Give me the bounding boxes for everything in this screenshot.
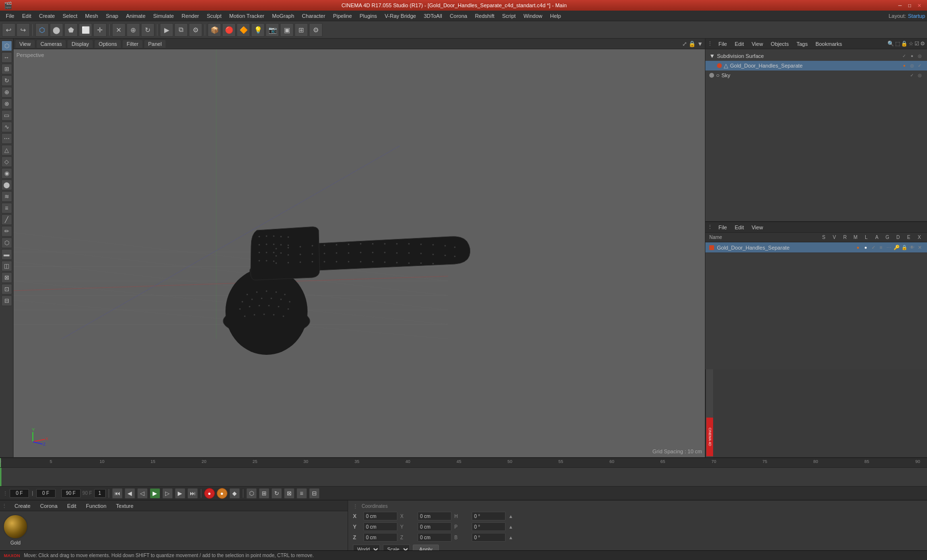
menu-help[interactable]: Help <box>546 12 565 20</box>
play-button[interactable]: ▶ <box>150 488 160 499</box>
obj-icon-dots[interactable]: ⋯ <box>885 245 892 250</box>
key-all-button[interactable]: ⬡ <box>246 488 257 499</box>
menu-select[interactable]: Select <box>59 12 82 20</box>
prev-frame-button[interactable]: ◀ <box>125 488 135 499</box>
key-pos-button[interactable]: ⊞ <box>259 488 269 499</box>
coord-p-arrow[interactable]: ▲ <box>508 524 515 530</box>
selection-tool[interactable]: ▭ <box>1 110 12 121</box>
tab-view[interactable]: View <box>15 40 35 48</box>
close-button[interactable]: ✕ <box>915 1 923 9</box>
scale-tool-button[interactable]: ⊕ <box>126 23 140 37</box>
menu-snap[interactable]: Snap <box>102 12 122 20</box>
tab-display[interactable]: Display <box>68 40 93 48</box>
menu-corona[interactable]: Corona <box>446 12 471 20</box>
object-row-gold-handles[interactable]: Gold_Door_Handles_Separate ● ● ✓ ≡ ⋯ 🔑 🔒… <box>705 242 927 253</box>
tab-filter[interactable]: Filter <box>123 40 142 48</box>
mat-tab-function[interactable]: Function <box>82 502 110 510</box>
scale-tool[interactable]: ⊞ <box>1 64 12 74</box>
scene-star-icon[interactable]: ☆ <box>909 41 913 47</box>
minimize-button[interactable]: ─ <box>896 1 904 9</box>
coord-y-pos-input[interactable] <box>364 522 397 531</box>
viewport-lock-icon[interactable]: 🔒 <box>688 41 696 47</box>
coord-x-pos-input[interactable] <box>364 512 397 520</box>
key-scale-button[interactable]: ⊠ <box>284 488 295 499</box>
coord-z-rot-input[interactable] <box>418 533 451 542</box>
render-region-button[interactable]: ⧉ <box>174 23 188 37</box>
menu-motion-tracker[interactable]: Motion Tracker <box>225 12 268 20</box>
timeline-ruler[interactable]: 0 5 10 15 20 25 30 35 40 45 50 55 60 65 … <box>0 458 927 468</box>
menu-vray-bridge[interactable]: V-Ray Bridge <box>381 12 420 20</box>
obj-icon-white[interactable]: ● <box>862 245 869 250</box>
coord-h-arrow[interactable]: ▲ <box>508 514 515 519</box>
scene-item-sky[interactable]: ○ Sky ✓ ◎ <box>705 70 927 80</box>
move-tool[interactable]: ↔ <box>1 52 12 63</box>
redo-button[interactable]: ↪ <box>16 23 30 37</box>
object-axis-tool[interactable]: ⊕ <box>1 87 12 98</box>
dissolve-tool[interactable]: ⊡ <box>1 284 12 294</box>
menu-simulate[interactable]: Simulate <box>149 12 178 20</box>
frame-end-input[interactable] <box>61 489 81 498</box>
scene-menu-view[interactable]: View <box>750 40 765 48</box>
step-input[interactable] <box>94 489 106 498</box>
object-manager-button[interactable]: 📦 <box>208 23 221 37</box>
obj-icon-key[interactable]: 🔑 <box>893 245 900 250</box>
render-settings-button[interactable]: ⚙ <box>189 23 202 37</box>
tab-options[interactable]: Options <box>95 40 121 48</box>
iron-tool[interactable]: ▬ <box>1 249 12 260</box>
model-mode-button[interactable]: ⬡ <box>35 23 49 37</box>
goto-end-button[interactable]: ⏭ <box>187 488 198 499</box>
record-auto-button[interactable]: ● <box>217 488 227 499</box>
tab-panel[interactable]: Panel <box>144 40 166 48</box>
scene-checkbox-icon[interactable]: ☑ <box>914 41 919 47</box>
point-mode-button[interactable]: ⬤ <box>50 23 63 37</box>
objects-menu-view[interactable]: View <box>750 224 765 231</box>
scene-item-gold-handles[interactable]: △ Gold_Door_Handles_Separate ● ◎ ✓ <box>705 61 927 70</box>
viewport-maximize-icon[interactable]: ⤢ <box>682 41 687 47</box>
bevel-tool[interactable]: ◇ <box>1 156 12 167</box>
menu-create[interactable]: Create <box>35 12 59 20</box>
polygon-mode-button[interactable]: ⬜ <box>79 23 92 37</box>
line-tool[interactable]: ╱ <box>1 214 12 225</box>
menu-mograph[interactable]: MoGraph <box>268 12 298 20</box>
coord-b-arrow[interactable]: ▲ <box>508 535 515 540</box>
menu-script[interactable]: Script <box>498 12 520 20</box>
maximize-button[interactable]: □ <box>906 1 913 9</box>
scene-lock-icon[interactable]: 🔒 <box>901 41 908 47</box>
camera-button[interactable]: 📷 <box>266 23 279 37</box>
scene-item-vis[interactable]: ◎ <box>916 53 923 59</box>
paint-tool[interactable]: ⬤ <box>1 180 12 190</box>
objects-menu-file[interactable]: File <box>716 224 729 231</box>
menu-3dtoall[interactable]: 3DToAll <box>420 12 446 20</box>
scene-layout-icon[interactable]: ⬚ <box>895 41 900 47</box>
objects-menu-edit[interactable]: Edit <box>733 224 746 231</box>
frame-current-input[interactable] <box>36 489 56 498</box>
undo-button[interactable]: ↩ <box>2 23 15 37</box>
scene-item-check2[interactable]: ✓ <box>916 62 923 69</box>
rotate-tool-button[interactable]: ↻ <box>141 23 154 37</box>
sky-check[interactable]: ✓ <box>909 72 915 79</box>
scene-item-render2[interactable]: ◎ <box>909 62 915 69</box>
obj-icon-eye[interactable]: 👁 <box>909 245 915 250</box>
menu-character[interactable]: Character <box>298 12 329 20</box>
material-gold-ball[interactable] <box>3 514 28 539</box>
menu-file[interactable]: File <box>2 12 18 20</box>
obj-icon-close[interactable]: ✕ <box>916 245 923 250</box>
scene-menu-file[interactable]: File <box>716 40 729 48</box>
next-frame-button[interactable]: ▶ <box>175 488 185 499</box>
poly-pen-tool[interactable]: ✏ <box>1 226 12 237</box>
menu-redshift[interactable]: Redshift <box>471 12 498 20</box>
scene-item-enable[interactable]: ✓ <box>901 53 908 59</box>
keyframe-button[interactable]: ◆ <box>229 488 240 499</box>
coord-x-rot-input[interactable] <box>418 512 451 520</box>
coord-y-rot-input[interactable] <box>418 522 451 531</box>
mat-tab-texture[interactable]: Texture <box>112 502 137 510</box>
extrude-tool[interactable]: △ <box>1 145 12 155</box>
scene-item-render[interactable]: ● <box>909 53 915 59</box>
timeline-button[interactable]: ⊟ <box>309 488 320 499</box>
coord-p-input[interactable] <box>472 522 506 531</box>
material-gold-item[interactable]: Gold <box>3 514 28 546</box>
edge-cut-tool[interactable]: ⬡ <box>1 238 12 248</box>
key-rot-button[interactable]: ↻ <box>271 488 282 499</box>
scene-menu-bookmarks[interactable]: Bookmarks <box>814 40 844 48</box>
scene-menu-edit[interactable]: Edit <box>733 40 746 48</box>
